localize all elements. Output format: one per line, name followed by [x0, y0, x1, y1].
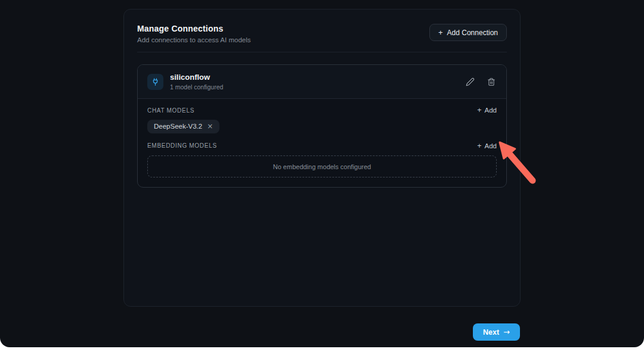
embedding-models-label: EMBEDDING MODELS [147, 142, 217, 149]
connection-card: siliconflow 1 model configured [137, 64, 507, 188]
add-embedding-model-button[interactable]: + Add [477, 142, 497, 150]
manage-connections-card: Manage Connections Add connections to ac… [123, 9, 521, 307]
add-connection-button[interactable]: + Add Connection [429, 24, 507, 41]
add-embedding-model-label: Add [485, 142, 497, 149]
model-chip-label: DeepSeek-V3.2 [154, 123, 202, 130]
connection-status: 1 model configured [170, 83, 223, 91]
connection-text: siliconflow 1 model configured [170, 73, 223, 91]
connection-body: CHAT MODELS + Add DeepSeek-V3.2 × [138, 99, 506, 187]
plug-icon [147, 74, 163, 90]
embedding-models-section-header: EMBEDDING MODELS + Add [147, 142, 497, 150]
connection-name: siliconflow [170, 73, 223, 82]
close-icon: × [207, 122, 213, 130]
model-chip: DeepSeek-V3.2 × [147, 120, 219, 133]
chat-models-list: DeepSeek-V3.2 × [147, 120, 497, 133]
chat-models-section-header: CHAT MODELS + Add [147, 107, 497, 114]
card-header: Manage Connections Add connections to ac… [137, 24, 507, 43]
add-chat-model-label: Add [485, 107, 497, 114]
next-button-label: Next [483, 328, 499, 337]
arrow-right-icon: → [503, 328, 510, 337]
plus-icon: + [477, 107, 481, 114]
connection-actions [465, 76, 497, 88]
delete-connection-button[interactable] [486, 76, 497, 88]
page-subtitle: Add connections to access AI models [137, 36, 251, 43]
empty-state-text: No embedding models configured [273, 163, 371, 170]
chat-models-label: CHAT MODELS [147, 107, 194, 114]
page-title: Manage Connections [137, 24, 251, 33]
pencil-icon [466, 77, 475, 86]
edit-connection-button[interactable] [465, 76, 476, 88]
add-chat-model-button[interactable]: + Add [477, 107, 497, 114]
connection-header: siliconflow 1 model configured [138, 65, 506, 98]
plus-icon: + [438, 29, 443, 36]
trash-icon [487, 77, 496, 86]
card-header-text: Manage Connections Add connections to ac… [137, 24, 251, 43]
plus-icon: + [477, 142, 481, 150]
remove-model-button[interactable]: × [207, 123, 213, 130]
header-divider [137, 52, 507, 52]
add-connection-label: Add Connection [447, 29, 498, 37]
connection-identity: siliconflow 1 model configured [147, 73, 223, 91]
app-background: Manage Connections Add connections to ac… [0, 0, 644, 347]
embedding-models-empty-state: No embedding models configured [147, 155, 497, 177]
next-button[interactable]: Next → [473, 323, 520, 341]
